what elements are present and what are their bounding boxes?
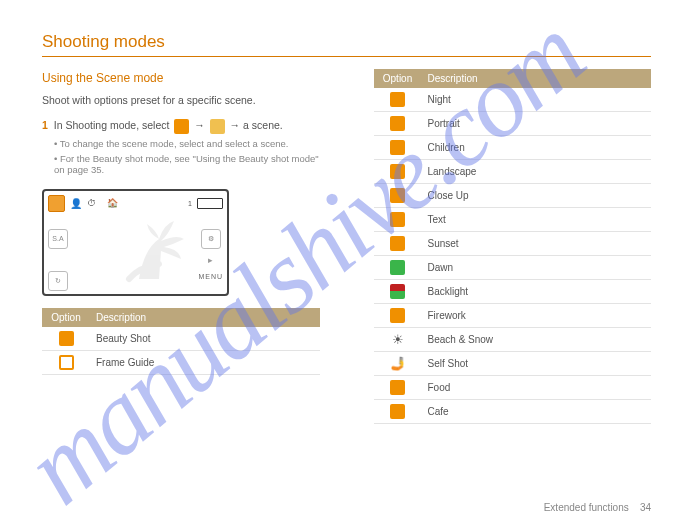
- table-row: 🤳Self Shot: [374, 352, 652, 376]
- closeup-icon: [390, 188, 405, 203]
- sa-button[interactable]: S.A: [48, 229, 68, 249]
- table-row: Beauty Shot: [42, 327, 320, 351]
- table-row: Firework: [374, 304, 652, 328]
- row-label: Night: [422, 88, 652, 112]
- portrait-icon: [390, 116, 405, 131]
- row-label: Sunset: [422, 232, 652, 256]
- row-label: Frame Guide: [90, 350, 320, 374]
- th-option: Option: [42, 308, 90, 327]
- camera-icon: [174, 119, 189, 134]
- screen-left-buttons: S.A ↻: [48, 229, 68, 291]
- firework-icon: [390, 308, 405, 323]
- row-label: Children: [422, 136, 652, 160]
- table-header-row: Option Description: [42, 308, 320, 327]
- battery-icon: [197, 198, 223, 209]
- settings-button[interactable]: ⚙: [201, 229, 221, 249]
- step-text-end: a scene.: [243, 119, 283, 131]
- table-row: Backlight: [374, 280, 652, 304]
- scene-mode-paragraph: Shoot with options preset for a specific…: [42, 93, 320, 109]
- beach-snow-icon: ☀: [390, 332, 405, 347]
- step-note-2: • For the Beauty shot mode, see "Using t…: [54, 153, 320, 175]
- table-row: Dawn: [374, 256, 652, 280]
- left-options-table: Option Description Beauty Shot Frame Gui…: [42, 308, 320, 375]
- flower-silhouette-icon: [109, 209, 209, 289]
- two-column-layout: Using the Scene mode Shoot with options …: [42, 69, 651, 424]
- row-label: Self Shot: [422, 352, 652, 376]
- table-row: Night: [374, 88, 652, 112]
- table-row: ☀Beach & Snow: [374, 328, 652, 352]
- row-label: Landscape: [422, 160, 652, 184]
- footer-page-number: 34: [640, 502, 651, 513]
- right-options-table: Option Description Night Portrait Childr…: [374, 69, 652, 424]
- frame-guide-icon: [59, 355, 74, 370]
- text-icon: [390, 212, 405, 227]
- home-icon: 🏠: [107, 198, 118, 208]
- scene-selected-icon[interactable]: [48, 195, 65, 212]
- row-label: Beauty Shot: [90, 327, 320, 351]
- page-footer: Extended functions 34: [544, 502, 651, 513]
- table-row: Frame Guide: [42, 350, 320, 374]
- food-icon: [390, 380, 405, 395]
- step-number: 1: [42, 119, 48, 134]
- table-row: Cafe: [374, 400, 652, 424]
- left-column: Using the Scene mode Shoot with options …: [42, 69, 320, 424]
- page-root: Shooting modes Using the Scene mode Shoo…: [0, 32, 693, 424]
- scene-mode-heading: Using the Scene mode: [42, 69, 320, 87]
- table-row: Children: [374, 136, 652, 160]
- th-option: Option: [374, 69, 422, 88]
- step-text-1: In Shooting mode, select: [54, 119, 170, 131]
- scene-icon: [210, 119, 225, 134]
- counter-text: 1: [188, 200, 192, 207]
- backlight-icon: [390, 284, 405, 299]
- row-label: Cafe: [422, 400, 652, 424]
- row-label: Portrait: [422, 112, 652, 136]
- row-label: Food: [422, 376, 652, 400]
- page-title: Shooting modes: [42, 32, 651, 52]
- row-label: Backlight: [422, 280, 652, 304]
- screen-right-buttons: ⚙ ▸ MENU: [198, 229, 223, 280]
- footer-section: Extended functions: [544, 502, 629, 513]
- step-arrow: →: [194, 119, 205, 131]
- table-row: Portrait: [374, 112, 652, 136]
- th-description: Description: [90, 308, 320, 327]
- row-label: Firework: [422, 304, 652, 328]
- row-label: Text: [422, 208, 652, 232]
- self-shot-icon: 🤳: [390, 356, 405, 371]
- screen-topbar: 👤 ⏱ 🏠 1: [48, 195, 223, 212]
- step-note-1: • To change the scene mode, select and s…: [54, 138, 320, 149]
- person-icon: 👤: [70, 198, 82, 209]
- landscape-icon: [390, 164, 405, 179]
- menu-button[interactable]: MENU: [198, 273, 223, 280]
- title-rule: [42, 56, 651, 57]
- step-arrow-2: →: [230, 119, 241, 131]
- row-label: Dawn: [422, 256, 652, 280]
- refresh-button[interactable]: ↻: [48, 271, 68, 291]
- row-label: Beach & Snow: [422, 328, 652, 352]
- dawn-icon: [390, 260, 405, 275]
- children-icon: [390, 140, 405, 155]
- table-row: Close Up: [374, 184, 652, 208]
- timer-icon: ⏱: [87, 198, 96, 208]
- night-icon: [390, 92, 405, 107]
- row-label: Close Up: [422, 184, 652, 208]
- cafe-icon: [390, 404, 405, 419]
- beauty-icon: [59, 331, 74, 346]
- table-row: Text: [374, 208, 652, 232]
- th-description: Description: [422, 69, 652, 88]
- table-row: Landscape: [374, 160, 652, 184]
- table-header-row: Option Description: [374, 69, 652, 88]
- sunset-icon: [390, 236, 405, 251]
- chevron-right-icon[interactable]: ▸: [208, 255, 213, 265]
- step-1: 1 In Shooting mode, select → → a scene.: [42, 119, 320, 134]
- table-row: Food: [374, 376, 652, 400]
- camera-screen-preview: 👤 ⏱ 🏠 1 S.A ↻ ⚙ ▸ MENU: [42, 189, 229, 296]
- right-column: Option Description Night Portrait Childr…: [374, 69, 652, 424]
- table-row: Sunset: [374, 232, 652, 256]
